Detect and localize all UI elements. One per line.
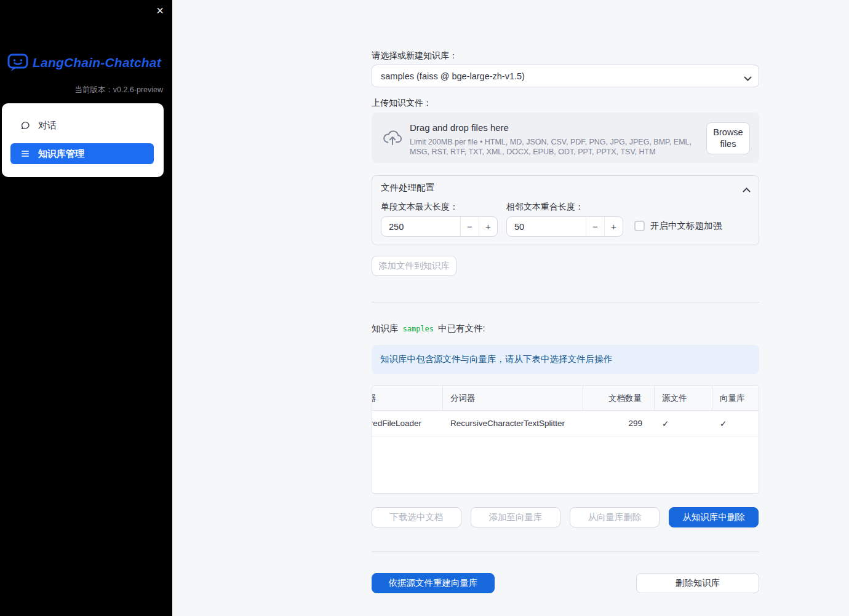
- kb-select-value: samples (faiss @ bge-large-zh-v1.5): [381, 71, 525, 81]
- sidebar-menu: 对话 知识库管理: [2, 103, 164, 177]
- info-banner: 知识库中包含源文件与向量库，请从下表中选择文件后操作: [372, 345, 759, 374]
- column-header-loader[interactable]: 文档加载器: [372, 386, 443, 410]
- chunk-size-value: 250: [381, 217, 460, 236]
- browse-files-button[interactable]: Browse files: [706, 122, 750, 154]
- download-selected-button[interactable]: 下载选中文档: [372, 507, 461, 527]
- sidebar-item-label: 知识库管理: [38, 148, 84, 160]
- sidebar-item-knowledge-base[interactable]: 知识库管理: [10, 143, 154, 164]
- cell-vector-check[interactable]: ✓: [712, 411, 759, 436]
- column-header-splitter[interactable]: 分词器: [443, 386, 583, 410]
- zh-title-enhance-checkbox[interactable]: 开启中文标题加强: [634, 220, 722, 232]
- delete-from-vector-store-button[interactable]: 从向量库删除: [570, 507, 660, 527]
- table-scroll-area: 文档加载器 分词器 文档数量 源文件 向量库 UnstructuredFileL…: [372, 386, 759, 436]
- cell-loader[interactable]: UnstructuredFileLoader: [372, 411, 443, 436]
- kb-files-heading: 知识库 samples 中已有文件:: [372, 323, 485, 334]
- plus-stepper[interactable]: +: [479, 217, 497, 236]
- cell-source-check[interactable]: ✓: [655, 411, 712, 436]
- chat-bubble-icon: [20, 120, 30, 130]
- divider: [372, 302, 759, 302]
- list-icon: [20, 149, 30, 159]
- chevron-down-icon: [744, 74, 752, 84]
- cell-splitter[interactable]: RecursiveCharacterTextSplitter: [443, 411, 583, 436]
- app-root: × LangChain-Chatchat 当前版本：v0.2.6-preview: [0, 0, 849, 616]
- sidebar: × LangChain-Chatchat 当前版本：v0.2.6-preview: [0, 0, 172, 616]
- minus-stepper[interactable]: −: [460, 217, 479, 236]
- delete-kb-button[interactable]: 删除知识库: [636, 573, 759, 593]
- file-config-expander: 文件处理配置 单段文本最大长度： 相邻文本重合长度： 250 − + 50 − …: [372, 175, 759, 245]
- kb-select-label: 请选择或新建知识库：: [372, 50, 458, 61]
- logo-text: LangChain-Chatchat: [33, 55, 161, 70]
- chunk-overlap-input[interactable]: 50 − +: [506, 216, 623, 237]
- column-header-doc-count[interactable]: 文档数量: [583, 386, 655, 410]
- sidebar-item-label: 对话: [38, 120, 57, 132]
- add-to-vector-store-button[interactable]: 添加至向量库: [471, 507, 560, 527]
- cloud-upload-icon: [382, 129, 403, 148]
- rebuild-vector-store-button[interactable]: 依据源文件重建向量库: [372, 573, 495, 593]
- logo-chat-icon: [7, 53, 28, 72]
- kb-name-code: samples: [403, 325, 434, 333]
- cell-doc-count[interactable]: 299: [583, 411, 655, 436]
- chunk-overlap-value: 50: [507, 217, 586, 236]
- chunk-size-input[interactable]: 250 − +: [381, 216, 498, 237]
- chunk-overlap-label: 相邻文本重合长度：: [506, 202, 584, 213]
- dropzone-limit-text: Limit 200MB per file • HTML, MD, JSON, C…: [410, 137, 705, 157]
- app-logo: LangChain-Chatchat: [7, 53, 161, 72]
- sidebar-close-icon[interactable]: ×: [156, 4, 164, 17]
- checkbox-box[interactable]: [634, 221, 645, 231]
- plus-stepper[interactable]: +: [604, 217, 623, 236]
- delete-from-kb-button[interactable]: 从知识库中删除: [669, 507, 759, 527]
- chunk-size-label: 单段文本最大长度：: [381, 202, 458, 213]
- info-banner-text: 知识库中包含源文件与向量库，请从下表中选择文件后操作: [380, 353, 612, 365]
- version-label: 当前版本：v0.2.6-preview: [74, 85, 163, 95]
- column-header-source[interactable]: 源文件: [655, 386, 712, 410]
- chevron-up-icon[interactable]: [743, 184, 751, 195]
- table-row[interactable]: UnstructuredFileLoader RecursiveCharacte…: [372, 411, 759, 436]
- sidebar-item-dialogue[interactable]: 对话: [10, 115, 154, 136]
- expander-title: 文件处理配置: [381, 182, 434, 194]
- dropzone-title: Drag and drop files here: [410, 122, 509, 133]
- minus-stepper[interactable]: −: [586, 217, 604, 236]
- upload-label: 上传知识文件：: [372, 98, 432, 109]
- checkbox-label: 开启中文标题加强: [650, 220, 722, 232]
- kb-files-prefix: 知识库: [372, 323, 399, 334]
- add-files-to-kb-button[interactable]: 添加文件到知识库: [372, 256, 456, 276]
- column-header-vector[interactable]: 向量库: [712, 386, 759, 410]
- divider: [372, 551, 759, 552]
- kb-files-suffix: 中已有文件:: [438, 323, 485, 334]
- table-header-row: 文档加载器 分词器 文档数量 源文件 向量库: [372, 386, 759, 411]
- file-dropzone[interactable]: Drag and drop files here Limit 200MB per…: [372, 113, 759, 163]
- kb-files-table[interactable]: 文档加载器 分词器 文档数量 源文件 向量库 UnstructuredFileL…: [372, 385, 759, 494]
- kb-select-dropdown[interactable]: samples (faiss @ bge-large-zh-v1.5): [372, 65, 759, 87]
